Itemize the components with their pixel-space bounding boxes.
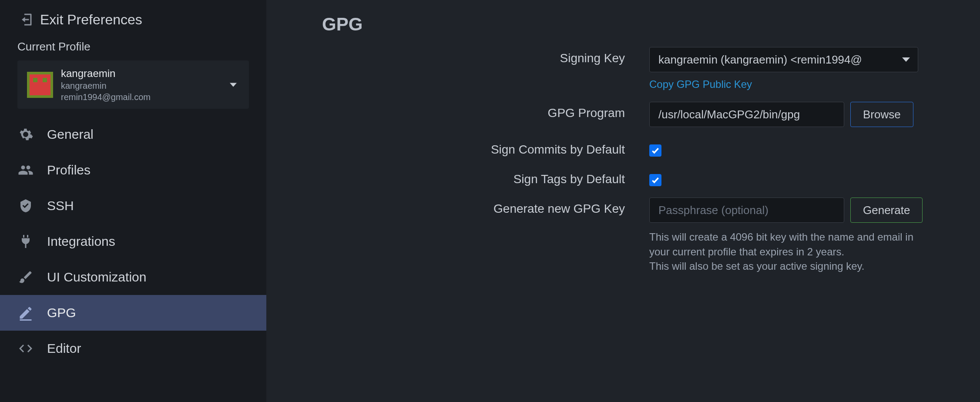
exit-icon: [17, 11, 34, 28]
sidebar-item-label: General: [47, 127, 94, 142]
sign-tags-row: Sign Tags by Default: [292, 168, 954, 186]
signing-key-row: Signing Key kangraemin (kangraemin) <rem…: [292, 47, 954, 90]
sidebar-item-label: Integrations: [47, 234, 115, 249]
sidebar-item-label: SSH: [47, 198, 74, 213]
hint-line-1: This will create a 4096 bit key with the…: [649, 230, 928, 259]
shield-icon: [17, 198, 34, 214]
sidebar-item-label: Editor: [47, 341, 81, 356]
hint-line-2: This will also be set as your active sig…: [649, 259, 928, 274]
generate-key-label: Generate new GPG Key: [292, 198, 649, 216]
profile-name: kangraemin: [61, 67, 151, 80]
generate-button[interactable]: Generate: [850, 198, 923, 223]
exit-label: Exit Preferences: [40, 12, 142, 28]
users-icon: [17, 162, 34, 178]
code-icon: [17, 340, 34, 357]
sidebar-item-profiles[interactable]: Profiles: [0, 152, 266, 188]
profile-meta: kangraemin kangraemin remin1994@gmail.co…: [61, 67, 151, 103]
sidebar-item-gpg[interactable]: GPG: [0, 295, 266, 331]
sidebar-item-ui-customization[interactable]: UI Customization: [0, 259, 266, 295]
sidebar-item-label: Profiles: [47, 163, 91, 178]
sign-commits-label: Sign Commits by Default: [292, 138, 649, 157]
sidebar: Exit Preferences Current Profile kangrae…: [0, 0, 266, 402]
chevron-down-icon: [902, 57, 910, 62]
brush-icon: [17, 269, 34, 285]
sign-tags-label: Sign Tags by Default: [292, 168, 649, 186]
generate-key-row: Generate new GPG Key Generate This will …: [292, 198, 954, 274]
browse-button[interactable]: Browse: [850, 102, 913, 127]
sign-commits-checkbox[interactable]: [649, 144, 661, 157]
sidebar-item-editor[interactable]: Editor: [0, 331, 266, 366]
gpg-program-label: GPG Program: [292, 102, 649, 120]
gpg-program-row: GPG Program Browse: [292, 102, 954, 127]
chevron-down-icon: [230, 83, 237, 87]
signature-icon: [17, 305, 34, 321]
sidebar-item-integrations[interactable]: Integrations: [0, 224, 266, 259]
main-panel: GPG Signing Key kangraemin (kangraemin) …: [266, 0, 980, 402]
generate-hint: This will create a 4096 bit key with the…: [649, 230, 928, 274]
signing-key-select[interactable]: kangraemin (kangraemin) <remin1994@: [649, 47, 918, 72]
sidebar-item-label: GPG: [47, 305, 76, 320]
profile-selector[interactable]: kangraemin kangraemin remin1994@gmail.co…: [17, 60, 249, 109]
copy-gpg-public-key-link[interactable]: Copy GPG Public Key: [649, 78, 752, 90]
page-title: GPG: [322, 14, 954, 35]
signing-key-label: Signing Key: [292, 47, 649, 65]
sidebar-item-label: UI Customization: [47, 270, 146, 285]
current-profile-label: Current Profile: [0, 34, 266, 58]
avatar: [27, 72, 53, 98]
profile-email: remin1994@gmail.com: [61, 91, 151, 103]
gear-icon: [17, 126, 34, 143]
passphrase-input[interactable]: [649, 198, 844, 223]
profile-username: kangraemin: [61, 80, 151, 91]
sign-commits-row: Sign Commits by Default: [292, 138, 954, 157]
exit-preferences-button[interactable]: Exit Preferences: [0, 8, 266, 34]
plug-icon: [17, 233, 34, 250]
sign-tags-checkbox[interactable]: [649, 174, 661, 186]
signing-key-value: kangraemin (kangraemin) <remin1994@: [658, 53, 862, 67]
sidebar-item-ssh[interactable]: SSH: [0, 188, 266, 224]
sidebar-item-general[interactable]: General: [0, 117, 266, 152]
gpg-program-input[interactable]: [649, 102, 844, 127]
